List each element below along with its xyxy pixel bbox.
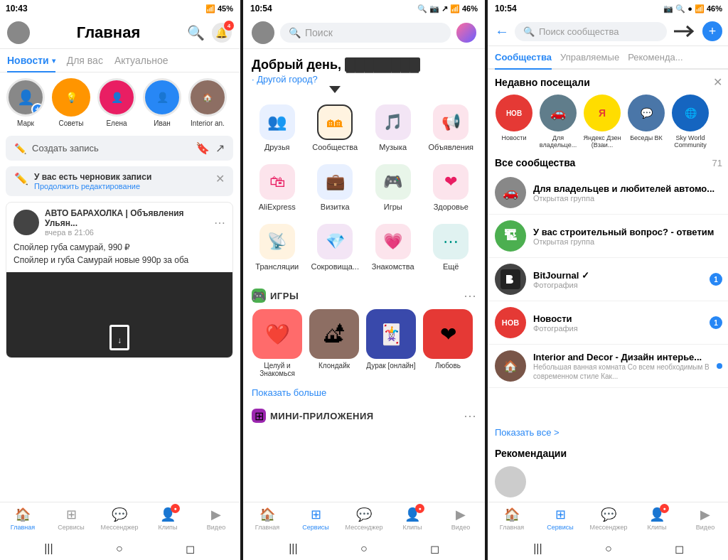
service-label-games: Игры xyxy=(384,203,402,211)
post-image[interactable]: ↓ xyxy=(6,272,232,357)
recent-swc[interactable]: 🌐 Sky World Community xyxy=(671,95,710,149)
post-menu-icon[interactable]: ⋯ xyxy=(214,216,225,230)
video-icon-1: ▶ xyxy=(211,507,221,522)
sys-back-1[interactable]: ||| xyxy=(44,542,53,556)
search-bar-2[interactable]: 🔍 Поиск xyxy=(280,23,451,43)
search-bar-3[interactable]: 🔍 Поиск сообщества xyxy=(515,22,667,41)
recent-avatar-car: 🚗 xyxy=(540,95,577,131)
nav-clips-3[interactable]: 👤 ● Клипы xyxy=(633,507,681,531)
tab-communities[interactable]: Сообщества xyxy=(495,46,552,70)
nav-home-3[interactable]: 🏠 Главная xyxy=(488,507,536,531)
nav-services-1[interactable]: ⊞ Сервисы xyxy=(47,507,95,531)
service-aliexpress[interactable]: 🛍 AliExpress xyxy=(249,158,306,217)
community-bitjournal[interactable]: BitJournal ✓ Фотография 1 xyxy=(488,258,728,301)
story-ivan[interactable]: 👤 Иван xyxy=(142,78,182,127)
tab-news[interactable]: Новости ▾ xyxy=(7,49,55,72)
nav-clips-2[interactable]: 👤 ● Клипы xyxy=(388,507,437,531)
game-icon-love: ❤ xyxy=(423,309,473,359)
service-streams[interactable]: 📡 Трансляции xyxy=(249,218,306,276)
comm-info-cars: Для владельцев и любителей автомо... Отк… xyxy=(533,183,722,203)
nav-home-1[interactable]: 🏠 Главная xyxy=(0,507,47,531)
service-more[interactable]: ⋯ Ещё xyxy=(423,218,480,276)
recommendation-item-1[interactable] xyxy=(488,462,728,502)
tab-managed[interactable]: Управляемые xyxy=(560,46,619,68)
story-avatar-interior: 🏠 xyxy=(188,78,227,117)
camera-icon-p2-status: 📷 xyxy=(429,4,439,14)
community-news[interactable]: НОВ Новости Фотография 1 xyxy=(488,301,728,345)
service-music[interactable]: 🎵 Музыка xyxy=(365,99,422,157)
service-friends[interactable]: 👥 Друзья xyxy=(249,99,306,157)
community-interior[interactable]: 🏠 Interior and Decor - Дизайн интерье...… xyxy=(488,345,728,388)
game-klondike[interactable]: 🏕 Клондайк xyxy=(309,309,360,377)
back-button-3[interactable]: ← xyxy=(495,23,509,40)
service-games[interactable]: 🎮 Игры xyxy=(365,158,422,217)
sys-home-3[interactable]: ○ xyxy=(605,542,612,556)
sys-recent-1[interactable]: ◻ xyxy=(186,542,195,556)
show-all-communities[interactable]: Показать все > xyxy=(488,421,728,443)
camera-icon-p3-status: 📷 xyxy=(663,4,673,14)
bottom-nav-3: 🏠 Главная ⊞ Сервисы 💬 Мессенджер 👤 ● Кли… xyxy=(488,502,728,538)
service-health[interactable]: ❤ Здоровье xyxy=(423,158,480,217)
status-icons-3: 📷 🔍 ● 📶 46% xyxy=(663,4,722,14)
user-avatar-2[interactable] xyxy=(252,21,274,44)
tab-recommendations[interactable]: Рекоменда... xyxy=(628,46,682,68)
nav-clips-1[interactable]: 👤 ● Клипы xyxy=(144,507,192,531)
add-community-button[interactable]: + xyxy=(702,21,722,41)
search-icon-1[interactable]: 🔍 xyxy=(187,24,205,41)
create-post-button[interactable]: ✏️ Создать запись 🔖 ↗ xyxy=(6,136,233,161)
user-avatar-1[interactable] xyxy=(7,21,30,44)
community-cars[interactable]: 🚗 Для владельцев и любителей автомо... О… xyxy=(488,171,728,215)
service-treasures[interactable]: 💎 Сокровища... xyxy=(307,218,364,276)
post-card: АВТО БАРАХОЛКА | Объявления Ульян... вче… xyxy=(6,202,233,358)
bottom-nav-1: 🏠 Главная ⊞ Сервисы 💬 Мессенджер 👤 ● Кли… xyxy=(0,502,240,538)
recent-yandex[interactable]: Я Яндекс Дзен (Взаи... xyxy=(583,95,621,149)
signal-icon-3: 📶 xyxy=(695,4,705,14)
recent-car[interactable]: 🚗 Для владельце... xyxy=(539,95,577,149)
service-dating[interactable]: 💗 Знакомства xyxy=(365,218,422,276)
nav-services-2[interactable]: ⊞ Сервисы xyxy=(291,507,340,531)
game-love[interactable]: ❤ Любовь xyxy=(422,309,473,377)
nav-video-2[interactable]: ▶ Видео xyxy=(437,507,485,531)
system-nav-1: ||| ○ ◻ xyxy=(0,538,240,560)
story-interior[interactable]: 🏠 Interior an. xyxy=(188,78,228,127)
gradient-avatar-2[interactable] xyxy=(456,23,476,43)
recent-news[interactable]: НОВ Новости xyxy=(495,95,533,149)
recent-vk[interactable]: 💬 Беседы ВК xyxy=(627,95,665,149)
games-menu-icon[interactable]: ⋯ xyxy=(464,288,476,303)
story-avatar-elena: 👤 xyxy=(97,78,136,117)
sys-recent-2[interactable]: ◻ xyxy=(430,542,439,556)
sys-back-2[interactable]: ||| xyxy=(289,542,297,556)
nav-services-3[interactable]: ⊞ Сервисы xyxy=(536,507,584,531)
sys-recent-3[interactable]: ◻ xyxy=(675,542,684,556)
tab-foryou[interactable]: Для вас xyxy=(67,49,103,72)
game-durak[interactable]: 🃏 Дурак [онлайн] xyxy=(365,309,417,377)
nav-video-3[interactable]: ▶ Видео xyxy=(681,507,728,531)
time-3: 10:54 xyxy=(495,4,517,14)
story-elena[interactable]: 👤 Елена xyxy=(97,78,136,127)
show-more-games[interactable]: Показать больше xyxy=(243,383,485,402)
nav-video-1[interactable]: ▶ Видео xyxy=(192,507,240,531)
service-card[interactable]: 💼 Визитка xyxy=(307,158,364,217)
nav-messenger-2[interactable]: 💬 Мессенджер xyxy=(340,507,388,531)
draft-subtitle[interactable]: Продолжить редактирование xyxy=(34,182,151,190)
icons-right-1: 📶 xyxy=(205,4,215,14)
service-communities[interactable]: 🏘 Сообщества xyxy=(307,99,364,157)
recent-close-button[interactable]: ✕ xyxy=(713,75,722,89)
draft-close-button[interactable]: ✕ xyxy=(215,172,225,185)
mini-apps-menu-icon[interactable]: ⋯ xyxy=(464,408,476,424)
sys-home-2[interactable]: ○ xyxy=(360,542,368,556)
nav-messenger-3[interactable]: 💬 Мессенджер xyxy=(584,507,633,531)
nav-home-2[interactable]: 🏠 Главная xyxy=(243,507,291,531)
nav-messenger-1[interactable]: 💬 Мессенджер xyxy=(95,507,144,531)
game-kiss[interactable]: ❤️ Целуй и Знакомься xyxy=(252,309,303,377)
story-mark[interactable]: 👤 + Марк xyxy=(6,78,46,127)
sys-back-3[interactable]: ||| xyxy=(533,542,542,556)
sys-home-1[interactable]: ○ xyxy=(116,542,123,556)
games-icon: 🎮 xyxy=(375,164,411,200)
story-sovety[interactable]: 💡 Советы xyxy=(51,78,91,127)
notification-bell-1[interactable]: 🔔 4 xyxy=(212,23,232,43)
services-icon-3: ⊞ xyxy=(555,507,566,522)
service-ads[interactable]: 📢 Объявления xyxy=(423,99,480,157)
tab-actual[interactable]: Актуальное xyxy=(114,49,168,72)
community-build[interactable]: 🏗 У вас строительный вопрос? - ответим О… xyxy=(488,215,728,258)
